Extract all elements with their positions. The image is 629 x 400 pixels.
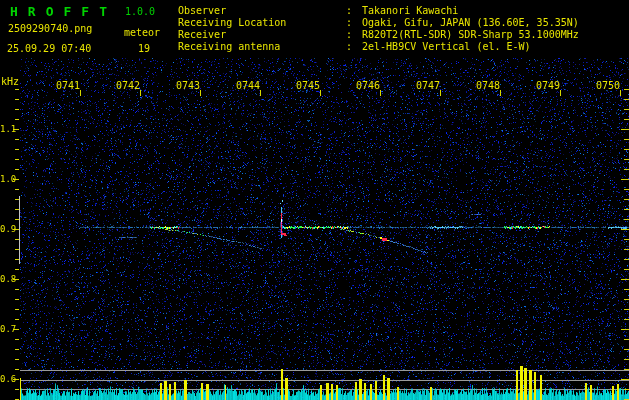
observation-datetime: 25.09.29 07:40: [7, 43, 91, 54]
spectrogram-canvas: [0, 0, 629, 400]
time-label: 0741: [55, 80, 80, 91]
output-filename: 2509290740.png: [8, 23, 92, 34]
station-info-label: Receiver: [178, 29, 346, 41]
app-version: 1.0.0: [125, 6, 155, 17]
time-label: 0748: [475, 80, 500, 91]
station-info-colon: :: [346, 29, 356, 41]
time-label: 0742: [115, 80, 140, 91]
freq-label: 0.7: [0, 324, 13, 334]
station-info-colon: :: [346, 5, 356, 17]
freq-label: 1.1: [0, 124, 13, 134]
station-info-label: Observer: [178, 5, 346, 17]
time-label: 0750: [595, 80, 620, 91]
station-info-row: Receiving Location: Ogaki, Gifu, JAPAN (…: [178, 17, 628, 29]
freq-label: 0.6: [0, 374, 13, 384]
meteor-count: 19: [138, 43, 150, 54]
station-info-value: Takanori Kawachi: [356, 5, 458, 16]
station-info-row: Receiver: R820T2(RTL-SDR) SDR-Sharp 53.1…: [178, 29, 628, 41]
station-info-row: Receiving antenna: 2el-HB9CV Vertical (e…: [178, 41, 628, 53]
freq-label: 0.9: [0, 224, 13, 234]
freq-label: 0.8: [0, 274, 13, 284]
time-label: 0745: [295, 80, 320, 91]
station-info-row: Observer: Takanori Kawachi: [178, 5, 628, 17]
hrofft-window: HROFFT 1.0.0 2509290740.png meteor 25.09…: [0, 0, 629, 400]
freq-unit-label: kHz: [1, 76, 19, 87]
station-info-value: Ogaki, Gifu, JAPAN (136.60E, 35.35N): [356, 17, 579, 28]
time-label: 0749: [535, 80, 560, 91]
station-info-value: R820T2(RTL-SDR) SDR-Sharp 53.1000MHz: [356, 29, 579, 40]
app-title: HROFFT: [10, 4, 117, 19]
station-info-colon: :: [346, 17, 356, 29]
time-label: 0746: [355, 80, 380, 91]
time-label: 0744: [235, 80, 260, 91]
freq-label: 1.0: [0, 174, 13, 184]
time-label: 0743: [175, 80, 200, 91]
mode-label: meteor: [124, 27, 160, 38]
station-info: Observer: Takanori KawachiReceiving Loca…: [178, 5, 628, 53]
station-info-label: Receiving Location: [178, 17, 346, 29]
station-info-label: Receiving antenna: [178, 41, 346, 53]
station-info-colon: :: [346, 41, 356, 53]
station-info-value: 2el-HB9CV Vertical (el. E-W): [356, 41, 531, 52]
time-label: 0747: [415, 80, 440, 91]
